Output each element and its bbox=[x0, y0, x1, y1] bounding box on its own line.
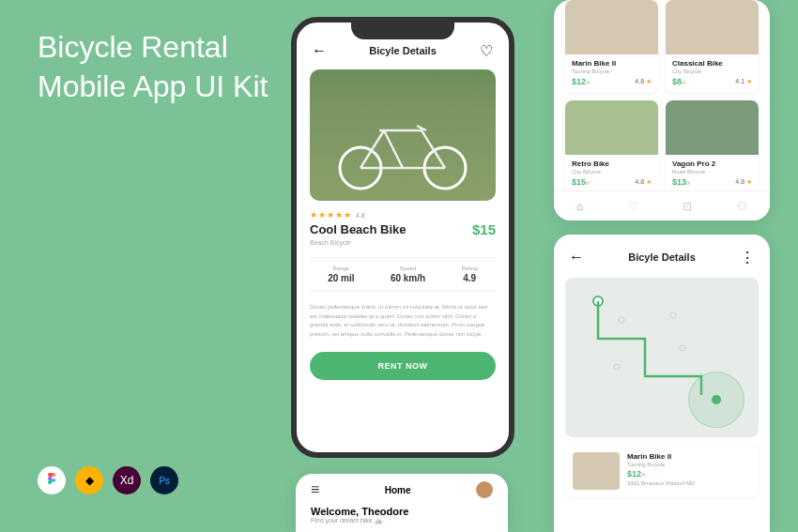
bike-card[interactable]: Marin Bike IITouring Bicycle$12/h4.8 ★ bbox=[565, 0, 658, 93]
address: 3361 Brueston Waldorf MD bbox=[627, 480, 751, 486]
nav-profile-icon[interactable]: ⚇ bbox=[737, 200, 747, 213]
map-view[interactable] bbox=[565, 278, 759, 437]
map-title: Bicyle Details bbox=[628, 251, 696, 263]
bike-card[interactable]: Classical BikeCity Bicycle$8/h4.1 ★ bbox=[666, 0, 759, 93]
star-icon: ★ bbox=[318, 210, 326, 220]
xd-icon: Xd bbox=[113, 466, 141, 494]
svg-point-7 bbox=[680, 345, 685, 351]
back-button[interactable]: ← bbox=[310, 41, 329, 60]
bike-card[interactable]: Vagon Pro 2Road Bicycle$13/h4.8 ★ bbox=[666, 100, 759, 193]
star-icon: ★ bbox=[344, 210, 351, 220]
rating-value: 4.8 bbox=[356, 212, 365, 219]
catalog-grid: Marin Bike IITouring Bicycle$12/h4.8 ★ C… bbox=[554, 0, 770, 193]
spec-range: Range20 mil bbox=[328, 266, 354, 283]
card-image bbox=[666, 100, 759, 155]
phone-detail-screen: ← Bicyle Details ♡ ★★★★★ 4.8 Cool Beach … bbox=[291, 17, 514, 458]
bike-price: $15 bbox=[472, 221, 496, 237]
more-button[interactable]: ⋮ bbox=[738, 248, 757, 266]
svg-point-4 bbox=[619, 317, 624, 323]
welcome-text: Welcome, Theodore bbox=[296, 502, 508, 517]
favorite-button[interactable]: ♡ bbox=[477, 41, 496, 60]
welcome-subtitle: Find your dream bike 🚲 bbox=[296, 517, 508, 524]
svg-point-0 bbox=[52, 479, 55, 482]
detail-header: ← Bicyle Details ♡ bbox=[297, 23, 509, 69]
destination-marker bbox=[688, 372, 744, 428]
spec-rating: Rating4.9 bbox=[461, 266, 477, 283]
nav-map-icon[interactable]: ⊡ bbox=[683, 200, 692, 213]
home-title: Home bbox=[385, 485, 411, 495]
map-screen: ← Bicyle Details ⋮ Marin Bike II Touring… bbox=[554, 235, 770, 532]
star-icon: ★ bbox=[327, 210, 334, 220]
bike-name: Cool Beach Bike bbox=[310, 222, 407, 236]
bike-hero-image bbox=[310, 69, 496, 201]
specs-row: Range20 mil Speed60 km/h Rating4.9 bbox=[310, 257, 496, 292]
card-image bbox=[666, 0, 759, 54]
avatar[interactable] bbox=[476, 481, 493, 498]
map-bike-card[interactable]: Marin Bike II Touring Bicycle $12/h 3361… bbox=[565, 445, 759, 497]
svg-point-6 bbox=[614, 364, 620, 370]
title-line-2: Mobile App UI Kit bbox=[38, 68, 268, 107]
title-line-1: Bicycle Rental bbox=[38, 28, 268, 68]
nav-favorite-icon[interactable]: ♡ bbox=[628, 200, 638, 213]
back-button[interactable]: ← bbox=[567, 248, 586, 266]
sketch-icon: ◆ bbox=[75, 466, 103, 494]
detail-title: Bicyle Details bbox=[369, 45, 437, 56]
card-image bbox=[573, 452, 620, 490]
promo-title: Bicycle Rental Mobile App UI Kit bbox=[38, 28, 268, 106]
rent-now-button[interactable]: RENT NOW bbox=[310, 352, 496, 380]
name-price-row: Cool Beach Bike $15 bbox=[297, 221, 509, 237]
bottom-nav: ⌂ ♡ ⊡ ⚇ bbox=[554, 190, 770, 220]
svg-point-5 bbox=[670, 312, 676, 318]
ps-icon: Ps bbox=[150, 466, 178, 494]
description: Donec pellentesque lorem, ut rutrum mi v… bbox=[297, 296, 509, 346]
spec-speed: Speed60 km/h bbox=[391, 266, 425, 283]
star-icon: ★ bbox=[335, 210, 343, 220]
star-icon: ★ bbox=[310, 210, 317, 220]
catalog-screen: Marin Bike IITouring Bicycle$12/h4.8 ★ C… bbox=[554, 0, 770, 220]
rating-row: ★★★★★ 4.8 bbox=[297, 201, 509, 221]
home-screen: ≡ Home Welcome, Theodore Find your dream… bbox=[296, 474, 508, 532]
card-image bbox=[565, 0, 658, 54]
card-image bbox=[565, 100, 658, 155]
figma-icon bbox=[38, 466, 66, 494]
nav-home-icon[interactable]: ⌂ bbox=[576, 200, 583, 213]
bike-category: Beach Bicycle bbox=[297, 237, 509, 253]
tool-icons: ◆ Xd Ps bbox=[38, 466, 178, 494]
menu-button[interactable]: ≡ bbox=[311, 481, 319, 498]
bike-card[interactable]: Retro BikeCity Bicycle$15/h4.8 ★ bbox=[565, 100, 658, 193]
